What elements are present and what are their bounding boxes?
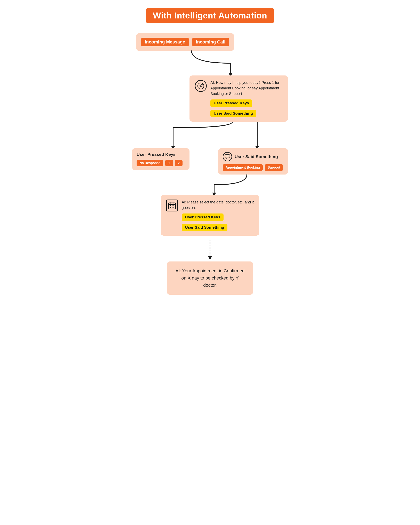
user-said-something-title: User Said Something xyxy=(223,152,283,161)
trigger-row: Incoming Message Incoming Call xyxy=(136,33,288,51)
support-badge[interactable]: Support xyxy=(265,164,283,171)
diagram: Incoming Message Incoming Call xyxy=(132,33,288,295)
arrow-svg-3 xyxy=(132,175,288,195)
dashed-line xyxy=(210,240,210,256)
svg-rect-16 xyxy=(172,207,172,208)
user-said-something-badge-2[interactable]: User Said Something xyxy=(182,224,227,231)
svg-rect-15 xyxy=(170,207,171,208)
arrow-svg-1 xyxy=(132,51,288,75)
svg-rect-4 xyxy=(225,155,230,158)
ai-greeting-row: AI: How may I help you today? Press 1 fo… xyxy=(132,75,288,122)
arrow-head xyxy=(208,256,212,259)
chat-icon xyxy=(223,152,232,161)
trigger-box: Incoming Message Incoming Call xyxy=(136,33,234,51)
svg-rect-13 xyxy=(172,205,172,206)
no-response-badge[interactable]: No Response xyxy=(137,160,163,166)
user-said-something-badge-1[interactable]: User Said Something xyxy=(210,110,256,117)
appointment-booking-badge[interactable]: Appointment Booking xyxy=(223,164,263,171)
user-said-badges: Appointment Booking Support xyxy=(223,164,283,171)
user-pressed-keys-title: User Pressed Keys xyxy=(137,152,185,157)
confirmation-text: AI: Your Appointment in Confirmed on X d… xyxy=(176,268,244,288)
page-container: With Intelligent Automation Incoming Mes… xyxy=(132,8,288,513)
appointment-ai-badges: User Pressed Keys User Said Something xyxy=(182,214,254,231)
confirmation-row: AI: Your Appointment in Confirmed on X d… xyxy=(132,262,288,295)
appointment-ai-text: AI: Please select the date, doctor, etc.… xyxy=(182,199,254,211)
svg-rect-17 xyxy=(174,207,174,208)
svg-rect-14 xyxy=(174,205,174,206)
phone-icon xyxy=(195,80,207,92)
ai-greeting-badges: User Pressed Keys User Said Something xyxy=(210,99,283,117)
keys-badges: No Response 1 2 xyxy=(137,160,185,166)
calendar-icon xyxy=(166,199,178,211)
appointment-ai-box: AI: Please select the date, doctor, etc.… xyxy=(161,195,259,236)
arrow-svg-2 xyxy=(132,122,288,148)
dashed-arrow xyxy=(132,240,288,259)
incoming-message-badge[interactable]: Incoming Message xyxy=(141,38,189,46)
user-said-something-box: User Said Something Appointment Booking … xyxy=(218,148,288,175)
key-2-badge[interactable]: 2 xyxy=(175,160,183,166)
ai-greeting-content: AI: How may I help you today? Press 1 fo… xyxy=(210,80,283,117)
page-title: With Intelligent Automation xyxy=(146,8,274,23)
user-pressed-keys-box: User Pressed Keys No Response 1 2 xyxy=(132,148,189,170)
user-pressed-keys-badge-2[interactable]: User Pressed Keys xyxy=(182,214,224,221)
incoming-call-badge[interactable]: Incoming Call xyxy=(192,38,229,46)
user-pressed-keys-badge-1[interactable]: User Pressed Keys xyxy=(210,99,252,107)
branch-row: User Pressed Keys No Response 1 2 xyxy=(132,148,288,175)
ai-greeting-text: AI: How may I help you today? Press 1 fo… xyxy=(210,80,283,97)
appointment-row: AI: Please select the date, doctor, etc.… xyxy=(132,195,288,236)
key-1-badge[interactable]: 1 xyxy=(165,160,173,166)
confirmation-box: AI: Your Appointment in Confirmed on X d… xyxy=(167,262,253,295)
svg-rect-12 xyxy=(170,205,171,206)
appointment-ai-content: AI: Please select the date, doctor, etc.… xyxy=(182,199,254,231)
ai-greeting-box: AI: How may I help you today? Press 1 fo… xyxy=(189,75,288,122)
